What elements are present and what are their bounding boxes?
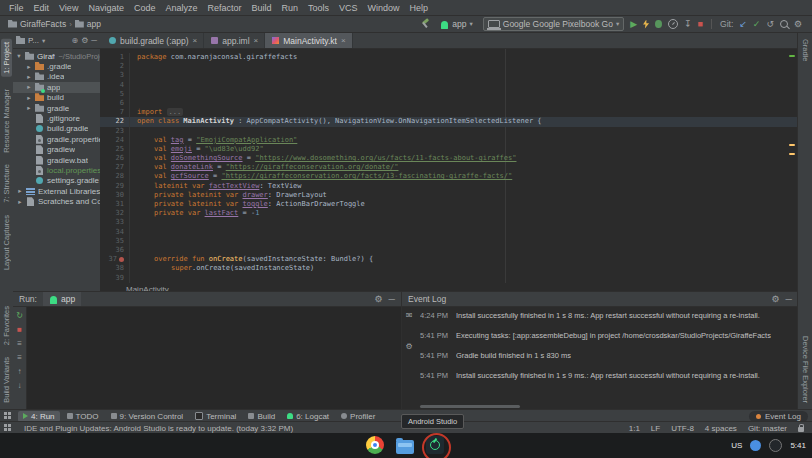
line-separator[interactable]: LF [651, 424, 660, 433]
project-view-label[interactable]: P... [28, 36, 39, 45]
tree-item-gradlew[interactable]: gradlew [13, 145, 100, 155]
envelope-icon[interactable]: ✉ [406, 311, 413, 320]
menu-code[interactable]: Code [129, 3, 161, 13]
menu-vcs[interactable]: VCS [334, 3, 363, 13]
menu-icon[interactable]: ≡ [17, 339, 22, 348]
menu-navigate[interactable]: Navigate [83, 3, 129, 13]
tab-mainactivity-kt[interactable]: MainActivity.kt× [265, 33, 352, 48]
rerun-icon[interactable]: ↻ [16, 311, 23, 320]
toolwindow-stripe-1-project[interactable]: 1: Project [1, 39, 12, 77]
toolwindow-button-terminal[interactable]: Terminal [190, 411, 241, 422]
close-icon[interactable]: × [341, 36, 346, 45]
android-studio-taskbar-item[interactable] [426, 436, 444, 454]
debug-button[interactable] [655, 20, 662, 28]
tree-item-app[interactable]: ▸app [13, 82, 100, 92]
tree-item-gradle[interactable]: ▸gradle [13, 103, 100, 113]
menu-help[interactable]: Help [405, 3, 434, 13]
lock-icon[interactable] [798, 427, 804, 432]
profile-button[interactable] [668, 19, 678, 29]
menu-tools[interactable]: Tools [303, 3, 334, 13]
tray-status-icon[interactable] [750, 440, 761, 451]
toolwindow-stripe-2-favorites[interactable]: 2: Favorites [2, 306, 11, 345]
code-editor[interactable]: 1package com.naranjaconsal.giraffefacts2… [100, 49, 798, 283]
menu-build[interactable]: Build [246, 3, 276, 13]
menu-analyze[interactable]: Analyze [160, 3, 202, 13]
caret-position[interactable]: 1:1 [629, 424, 640, 433]
file-encoding[interactable]: UTF-8 [671, 424, 694, 433]
toolwindow-button-4-run[interactable]: 4: Run [18, 411, 60, 422]
device-select[interactable]: Google Google Pixelbook Go ▾ [483, 17, 624, 31]
chrome-icon[interactable] [366, 436, 384, 454]
close-icon[interactable]: × [254, 36, 259, 45]
list-icon[interactable]: ≡ [17, 353, 22, 362]
breadcrumb-giraffefacts[interactable]: GiraffeFacts [8, 19, 66, 29]
tree-item-gradle-properties[interactable]: gradle.properties [13, 134, 100, 144]
git-branch[interactable]: Git: master [748, 424, 787, 433]
clock[interactable]: 5:41 [790, 441, 806, 450]
git-rollback-button[interactable]: ↺ [766, 20, 774, 29]
toolwindow-button-6-logcat[interactable]: 6: Logcat [282, 411, 334, 422]
menu-view[interactable]: View [54, 3, 83, 13]
toolwindow-stripe-gradle[interactable]: Gradle [801, 39, 810, 62]
menu-refactor[interactable]: Refactor [202, 3, 246, 13]
override-gutter-icon[interactable] [119, 257, 124, 262]
tree-item-gradlew-bat[interactable]: gradlew.bat [13, 155, 100, 165]
stop-icon[interactable]: ■ [17, 325, 22, 334]
tab-app-iml[interactable]: app.iml× [204, 33, 265, 48]
menu-run[interactable]: Run [277, 3, 304, 13]
attach-debugger-button[interactable]: ↧ [684, 20, 692, 29]
search-icon[interactable] [780, 20, 788, 28]
tree-item-settings-gradle[interactable]: settings.gradle [13, 176, 100, 186]
tree-item-build-gradle[interactable]: build.gradle [13, 124, 100, 134]
tree-item-external-libraries[interactable]: ▸External Libraries [13, 186, 100, 196]
tree-item-gradle[interactable]: ▸.gradle [13, 61, 100, 71]
tree-item-local-properties[interactable]: local.properties [13, 165, 100, 175]
tray-notification-icon[interactable] [769, 439, 782, 452]
toolwindow-button-build[interactable]: Build [243, 411, 280, 422]
stop-button[interactable]: ■ [698, 20, 703, 29]
gear-icon[interactable]: ⚙ [81, 37, 88, 45]
close-icon[interactable]: × [193, 36, 198, 45]
hide-panel-icon[interactable]: ─ [786, 294, 792, 304]
run-button[interactable]: ▶ [630, 20, 637, 29]
tree-item-build[interactable]: ▸build [13, 93, 100, 103]
status-message[interactable]: IDE and Plugin Updates: Android Studio i… [24, 424, 621, 433]
run-config-select[interactable]: app ▾ [436, 18, 476, 30]
locate-file-icon[interactable]: ⊕ [71, 37, 78, 45]
run-console[interactable] [27, 307, 401, 409]
indent-setting[interactable]: 4 spaces [705, 424, 737, 433]
hide-panel-icon[interactable]: ─ [389, 294, 395, 304]
toolwindow-button-profiler[interactable]: Profiler [336, 411, 380, 422]
tab-build-gradle-app[interactable]: build.gradle (:app)× [102, 33, 204, 48]
toolwindow-quick-access-icon[interactable] [4, 424, 12, 432]
git-commit-button[interactable]: ✓ [753, 20, 761, 29]
up-icon[interactable]: ↑ [18, 367, 22, 376]
gear-icon[interactable]: ⚙ [375, 294, 383, 304]
menu-file[interactable]: File [4, 3, 29, 13]
apply-changes-icon[interactable] [643, 20, 649, 29]
tree-item-gitignore[interactable]: .gitignore [13, 113, 100, 123]
settings-icon[interactable]: ⚙ [405, 342, 412, 351]
gear-icon[interactable]: ⚙ [772, 294, 780, 304]
toolwindow-button-todo[interactable]: TODO [62, 411, 104, 422]
toolwindow-stripe-resource-manager[interactable]: Resource Manager [2, 89, 11, 153]
tree-item-scratches-and-consoles[interactable]: ▸Scratches and Consoles [13, 196, 100, 206]
horizontal-scrollbar[interactable] [420, 405, 520, 408]
toolwindow-stripe-device-file-explorer[interactable]: Device File Explorer [801, 336, 810, 403]
tree-item-root[interactable]: ▾GiraffeFacts~/StudioProjects/GiraffeFac… [13, 51, 100, 61]
git-update-button[interactable]: ↙ [739, 20, 747, 29]
run-tab-app[interactable]: app [43, 292, 81, 306]
toolwindow-stripe-7-structure[interactable]: 7: Structure [2, 164, 11, 203]
menu-edit[interactable]: Edit [29, 3, 55, 13]
settings-gear-icon[interactable]: ⚙ [794, 20, 802, 29]
event-log-button[interactable]: Event Log [749, 411, 808, 422]
toolwindow-stripe-build-variants[interactable]: Build Variants [2, 357, 11, 403]
build-hammer-icon[interactable] [420, 19, 430, 29]
menu-window[interactable]: Window [363, 3, 405, 13]
breadcrumb-app[interactable]: app [75, 19, 101, 29]
hide-panel-icon[interactable]: ─ [91, 37, 97, 45]
toolwindow-switcher-icon[interactable] [4, 412, 12, 420]
tree-item-idea[interactable]: ▸.idea [13, 72, 100, 82]
files-icon[interactable] [396, 440, 414, 454]
keyboard-layout-indicator[interactable]: US [731, 441, 742, 450]
